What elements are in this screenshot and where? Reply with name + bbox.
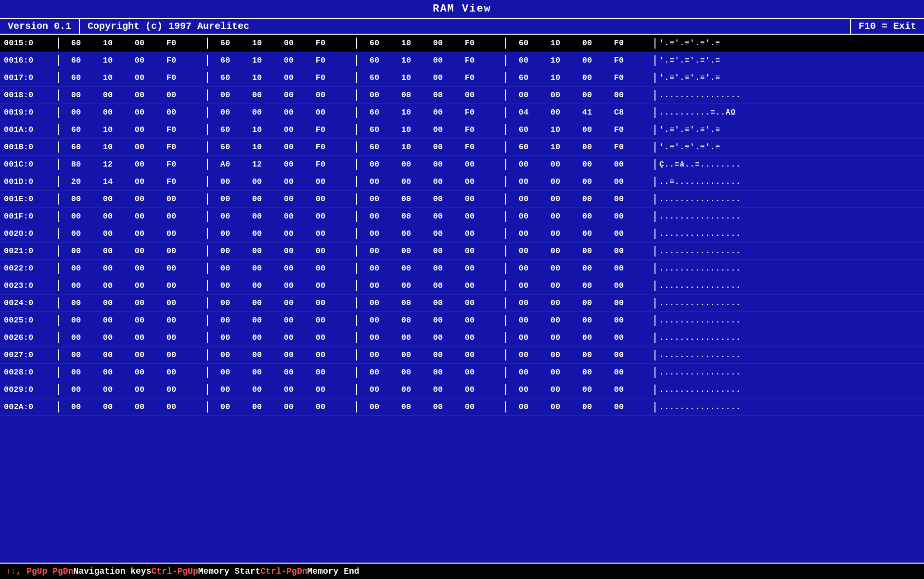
byte: F0 <box>158 177 185 186</box>
byte: 60 <box>63 142 90 152</box>
byte: 00 <box>212 264 239 273</box>
mem-col-3: 60 10 00 F0 <box>356 38 505 49</box>
byte: 00 <box>393 385 420 394</box>
mem-ascii: ..≡............. <box>654 177 924 187</box>
byte: F0 <box>158 56 185 65</box>
byte: 00 <box>244 402 270 412</box>
byte: 00 <box>361 350 388 360</box>
byte: 00 <box>63 385 90 394</box>
byte: 00 <box>542 281 569 290</box>
byte: 00 <box>424 385 451 394</box>
byte: 00 <box>574 56 601 65</box>
byte: 00 <box>542 212 569 221</box>
byte: F0 <box>158 39 185 48</box>
mem-col-3: 00 00 00 00 <box>356 367 505 378</box>
byte: 00 <box>456 177 483 186</box>
byte: 00 <box>94 194 121 204</box>
byte: 00 <box>605 212 632 221</box>
byte: 00 <box>393 160 420 169</box>
byte: 00 <box>605 333 632 342</box>
byte: 00 <box>393 264 420 273</box>
byte: 00 <box>361 160 388 169</box>
copyright-label: Copyright (c) 1997 Aurelitec <box>80 19 850 34</box>
byte: F0 <box>307 39 334 48</box>
mem-address: 002A:0 <box>0 401 58 412</box>
byte: 00 <box>605 281 632 290</box>
byte: 00 <box>393 177 420 186</box>
byte: 00 <box>542 177 569 186</box>
byte: 00 <box>212 385 239 394</box>
byte: 10 <box>94 56 121 65</box>
table-row: 0028:0 00 00 00 00 00 00 00 00 00 00 00 … <box>0 364 924 381</box>
byte: 10 <box>542 39 569 48</box>
mem-col-2: A0 12 00 F0 <box>207 159 356 170</box>
byte: 00 <box>574 281 601 290</box>
mem-col-2: 00 00 00 00 <box>207 90 356 101</box>
byte: 00 <box>94 246 121 256</box>
mem-ascii: ................ <box>654 246 924 257</box>
mem-col-2: 00 00 00 00 <box>207 297 356 309</box>
table-row: 002A:0 00 00 00 00 00 00 00 00 00 00 00 … <box>0 399 924 416</box>
mem-address: 0022:0 <box>0 263 58 274</box>
byte: 00 <box>275 402 302 412</box>
byte: 00 <box>361 385 388 394</box>
byte: 00 <box>126 385 153 394</box>
byte: 00 <box>510 368 537 377</box>
table-row: 001A:0 60 10 00 F0 60 10 00 F0 60 10 00 … <box>0 121 924 139</box>
byte: 00 <box>574 385 601 394</box>
byte: 00 <box>424 212 451 221</box>
byte: 00 <box>361 212 388 221</box>
byte: 00 <box>542 333 569 342</box>
byte: 10 <box>94 39 121 48</box>
byte: 00 <box>307 229 334 238</box>
byte: 00 <box>244 246 270 256</box>
byte: 00 <box>456 350 483 360</box>
byte: 60 <box>63 125 90 134</box>
byte: 00 <box>361 402 388 412</box>
byte: 00 <box>126 73 153 82</box>
byte: 00 <box>275 264 302 273</box>
byte: 00 <box>574 160 601 169</box>
byte: 10 <box>393 56 420 65</box>
byte: F0 <box>456 56 483 65</box>
byte: 60 <box>361 39 388 48</box>
mem-ascii: '.≡'.≡'.≡'.≡ <box>654 73 924 83</box>
byte: F0 <box>456 73 483 82</box>
byte: 00 <box>94 212 121 221</box>
byte: 00 <box>63 264 90 273</box>
byte: 00 <box>456 368 483 377</box>
mem-address: 0023:0 <box>0 280 58 291</box>
byte: 60 <box>510 56 537 65</box>
mem-col-2: 60 10 00 F0 <box>207 55 356 66</box>
mem-ascii: ................ <box>654 298 924 309</box>
byte: 00 <box>307 194 334 204</box>
mem-address: 0018:0 <box>0 90 58 101</box>
byte: 00 <box>212 368 239 377</box>
byte: 00 <box>361 333 388 342</box>
byte: 60 <box>212 142 239 152</box>
byte: 00 <box>456 160 483 169</box>
mem-col-4: 00 00 00 00 <box>505 367 654 378</box>
byte: 00 <box>574 194 601 204</box>
byte: A0 <box>212 160 239 169</box>
byte: 00 <box>424 298 451 308</box>
byte: 00 <box>542 194 569 204</box>
mem-col-1: 00 00 00 00 <box>58 107 207 118</box>
byte: 00 <box>456 281 483 290</box>
table-row: 0016:0 60 10 00 F0 60 10 00 F0 60 10 00 … <box>0 52 924 69</box>
byte: 00 <box>605 385 632 394</box>
byte: 00 <box>605 298 632 308</box>
byte: 00 <box>158 333 185 342</box>
byte: 00 <box>605 264 632 273</box>
byte: 00 <box>63 298 90 308</box>
byte: 00 <box>63 229 90 238</box>
byte: 00 <box>605 177 632 186</box>
ctrl-pgup-key: Ctrl-PgUp <box>151 566 198 576</box>
byte: 00 <box>212 298 239 308</box>
mem-col-4: 00 00 00 00 <box>505 332 654 343</box>
mem-col-3: 00 00 00 00 <box>356 176 505 187</box>
mem-col-4: 00 00 00 00 <box>505 176 654 187</box>
byte: 00 <box>126 402 153 412</box>
mem-address: 0029:0 <box>0 384 58 395</box>
mem-col-2: 60 10 00 F0 <box>207 72 356 83</box>
